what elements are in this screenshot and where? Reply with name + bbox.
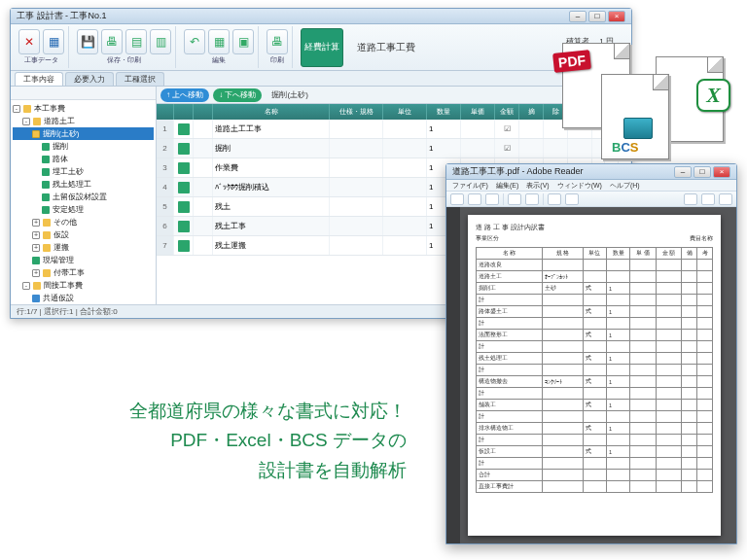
tb-zoom-out-icon[interactable] [548, 193, 561, 205]
row-flag[interactable] [174, 120, 194, 138]
print2-button[interactable]: 🖶 [267, 29, 288, 54]
tabstrip: 工事内容 必要入力 工種選択 [11, 71, 631, 87]
tree-item[interactable]: -本工事費 [13, 102, 154, 115]
expand-icon[interactable]: - [13, 105, 20, 113]
close-button[interactable]: × [608, 11, 625, 22]
expand-icon[interactable]: + [32, 219, 40, 227]
tb-next-page-icon[interactable] [525, 193, 539, 205]
move-down-button[interactable]: ↓ 下へ移動 [213, 88, 262, 102]
tree-item-label: 安定処理 [53, 204, 84, 215]
tb-save-icon[interactable] [450, 193, 464, 205]
pv-column-header: 数量 [606, 248, 629, 260]
promo-line-3: 設計書を自動解析 [37, 456, 407, 485]
expand-icon[interactable]: + [32, 244, 40, 252]
export-button[interactable]: ▥ [150, 29, 171, 54]
column-header[interactable]: 仕様・規格 [330, 104, 383, 120]
tree-pane[interactable]: -本工事費-道路土工掘削(土砂)掘削路体埋工土砂残土処理工土留仮設材設置安定処理… [11, 87, 157, 304]
save-button[interactable]: 💾 [77, 29, 98, 54]
print-button[interactable]: 🖶 [101, 29, 123, 54]
minimize-button[interactable]: – [674, 166, 692, 178]
win2-titlebar[interactable]: 道路工事工事.pdf - Adobe Reader – □ × [446, 164, 736, 180]
menu-item[interactable]: ヘルプ(H) [610, 181, 640, 191]
expand-icon[interactable]: - [22, 118, 30, 125]
menu-item[interactable]: ウィンドウ(W) [557, 181, 602, 191]
open-file-button[interactable]: ▦ [43, 29, 64, 54]
pv-table-row: 法面整形工式1 [477, 330, 713, 341]
tb-prev-page-icon[interactable] [508, 193, 521, 205]
maximize-button[interactable]: □ [588, 11, 606, 22]
tb-zoom-in-icon[interactable] [565, 193, 579, 205]
column-header[interactable] [157, 104, 174, 120]
tree-item[interactable]: -間接工事費 [13, 279, 154, 292]
column-header[interactable]: 単価 [461, 104, 495, 120]
tree-item[interactable]: +付帯工事 [13, 266, 154, 279]
row-flag[interactable] [174, 178, 194, 196]
column-header[interactable] [174, 104, 194, 120]
tree-item[interactable]: 共通仮設 [13, 292, 154, 304]
tree-item[interactable]: 土留仮設材設置 [13, 191, 154, 203]
menu-item[interactable]: 表示(V) [526, 181, 549, 191]
tree-item[interactable]: 残土処理工 [13, 178, 154, 191]
close-button[interactable]: × [713, 166, 730, 178]
move-up-button[interactable]: ↑ 上へ移動 [160, 88, 209, 102]
tb-tools-icon[interactable] [684, 193, 697, 205]
column-header[interactable] [194, 104, 213, 120]
tree-item[interactable]: 掘削(土砂) [13, 127, 154, 140]
column-header[interactable]: 名称 [213, 104, 330, 120]
tree: -本工事費-道路土工掘削(土砂)掘削路体埋工土砂残土処理工土留仮設材設置安定処理… [11, 100, 156, 304]
tree-item[interactable]: 路体 [13, 153, 154, 165]
tb-comment-icon[interactable] [719, 193, 732, 205]
row-flag[interactable] [174, 139, 194, 158]
expand-icon[interactable]: + [32, 231, 40, 239]
cut-button[interactable]: ▣ [232, 29, 254, 54]
calc-button[interactable]: 経費計算 [301, 28, 343, 67]
column-header[interactable]: 単位 [383, 104, 427, 120]
expand-icon[interactable]: + [32, 269, 40, 277]
win1-title: 工事 設計書 - 工事No.1 [17, 10, 107, 22]
tab-0[interactable]: 工事内容 [15, 72, 63, 86]
tree-item[interactable]: +運搬 [13, 241, 154, 254]
doc-g-icon [42, 206, 50, 214]
column-header[interactable]: 数量 [427, 104, 461, 120]
tree-toolbar [11, 87, 156, 100]
undo-button[interactable]: ↶ [184, 29, 205, 54]
preview-area[interactable]: 道 路 工 事 設計内訳書 事業区分 費目名称 名 称規 格単位数量単 価金 額… [446, 207, 736, 543]
tree-item[interactable]: 埋工土砂 [13, 165, 154, 178]
row-flag[interactable] [174, 217, 194, 235]
tree-item[interactable]: +その他 [13, 216, 154, 228]
column-header[interactable]: 摘 [519, 104, 544, 120]
tb-sign-icon[interactable] [701, 193, 715, 205]
row-flag[interactable] [174, 197, 194, 216]
row-flag[interactable] [174, 158, 194, 177]
row-flag[interactable] [174, 236, 194, 255]
pv-column-header: 単位 [583, 248, 606, 260]
tree-item[interactable]: +仮設 [13, 228, 154, 241]
pdf-viewer-window: 道路工事工事.pdf - Adobe Reader – □ × ファイル(F)編… [445, 163, 737, 544]
tree-item-label: 土留仮設材設置 [53, 192, 107, 202]
win1-titlebar[interactable]: 工事 設計書 - 工事No.1 – □ × [11, 9, 631, 24]
redo-button[interactable]: ▦ [208, 29, 230, 54]
menu-item[interactable]: ファイル(F) [452, 181, 488, 191]
tree-item-label: 埋工土砂 [53, 166, 84, 177]
tree-item[interactable]: 安定処理 [13, 203, 154, 216]
tab-2[interactable]: 工種選択 [116, 72, 164, 86]
tb-mail-icon[interactable] [485, 193, 499, 205]
close-file-button[interactable]: ✕ [18, 29, 40, 54]
promo-line-1: 全都道府県の様々な書式に対応！ [37, 397, 407, 426]
tree-item[interactable]: 掘削 [13, 140, 154, 153]
menu-item[interactable]: 編集(E) [496, 181, 518, 191]
ribbon-group-save: 💾 🖶 ▤ ▥ 保存・印刷 [73, 26, 176, 68]
preview-button[interactable]: ▤ [125, 29, 147, 54]
minimize-button[interactable]: – [569, 11, 587, 22]
maximize-button[interactable]: □ [694, 166, 711, 178]
tree-item[interactable]: -道路土工 [13, 115, 154, 127]
pv-table-row: 計 [477, 435, 713, 446]
cell-check[interactable]: ☑ [495, 120, 519, 138]
tab-1[interactable]: 必要入力 [65, 72, 114, 86]
tree-item[interactable]: 現場管理 [13, 254, 154, 266]
expand-icon[interactable]: - [22, 282, 30, 290]
doc-g-icon [32, 257, 40, 264]
column-header[interactable]: 金額 [495, 104, 519, 120]
cell-check[interactable]: ☑ [495, 139, 519, 158]
tb-print-icon[interactable] [468, 193, 481, 205]
